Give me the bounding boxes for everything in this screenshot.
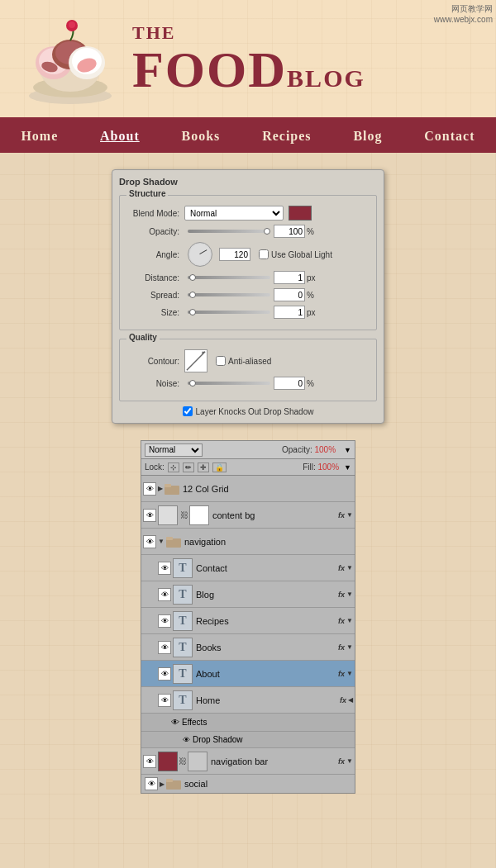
lock-pixel-icon[interactable]: ✏ — [183, 462, 194, 472]
mask-thumb-content-bg — [189, 505, 209, 525]
layers-mode-select[interactable]: Normal — [145, 443, 203, 457]
noise-label: Noise: — [126, 379, 184, 388]
visibility-icon-content-bg[interactable] — [143, 509, 156, 522]
angle-input[interactable] — [219, 248, 250, 261]
noise-slider[interactable] — [188, 382, 270, 385]
layer-row-recipes[interactable]: T Recipes fx ▼ — [141, 608, 355, 634]
layer-name-blog: Blog — [196, 590, 338, 600]
use-global-light-checkbox[interactable] — [259, 249, 269, 259]
fx-arrow-books[interactable]: ▼ — [346, 643, 353, 651]
visibility-icon-blog[interactable] — [158, 588, 171, 601]
fx-arrow-about[interactable]: ▼ — [346, 670, 353, 677]
size-slider[interactable] — [188, 311, 270, 314]
blend-mode-select[interactable]: Normal Multiply Screen — [184, 206, 284, 221]
layer-name-12-col-grid: 12 Col Grid — [183, 484, 353, 494]
layer-row-contact[interactable]: T Contact fx ▼ — [141, 555, 355, 581]
opacity-slider[interactable] — [188, 230, 270, 233]
thumb-recipes: T — [173, 611, 193, 631]
header-food: FOOD — [132, 44, 287, 95]
noise-input[interactable] — [274, 377, 305, 390]
thumb-nav-bar — [158, 752, 178, 771]
nav-item-blog[interactable]: Blog — [341, 125, 394, 148]
layer-name-home: Home — [196, 695, 340, 705]
nav-item-recipes[interactable]: Recipes — [250, 125, 323, 148]
visibility-icon-nav-bar[interactable] — [143, 755, 156, 768]
fx-arrow-recipes[interactable]: ▼ — [346, 617, 353, 624]
visibility-icon-books[interactable] — [158, 641, 171, 654]
layer-row-blog[interactable]: T Blog fx ▼ — [141, 581, 355, 608]
angle-row: Angle: Use Global Light — [126, 242, 370, 267]
layer-name-navigation: navigation — [184, 537, 353, 547]
visibility-icon-home[interactable] — [158, 694, 171, 707]
layer-row-books[interactable]: T Books fx ▼ — [141, 634, 355, 661]
use-global-light-label: Use Global Light — [271, 250, 332, 259]
header-blog: BLOG — [287, 64, 365, 92]
contour-preview[interactable] — [184, 349, 207, 372]
lock-move-icon[interactable]: ✛ — [198, 462, 209, 472]
distance-input[interactable] — [274, 271, 305, 284]
nav-item-contact[interactable]: Contact — [412, 125, 487, 148]
drop-shadow-effect-icon: 👁 — [183, 736, 190, 744]
anti-aliased-checkbox[interactable] — [216, 356, 226, 366]
layer-row-about[interactable]: T About fx ▼ — [141, 661, 355, 687]
expand-icon-12-col-grid[interactable]: ▶ — [158, 485, 163, 492]
thumb-books: T — [173, 638, 193, 657]
fx-arrow-content-bg[interactable]: ▼ — [346, 511, 353, 519]
visibility-icon-12-col-grid[interactable] — [143, 482, 156, 496]
layer-knocks-checkbox[interactable] — [183, 406, 193, 416]
opacity-arrow[interactable]: ▼ — [344, 446, 351, 454]
visibility-icon-social[interactable]: 👁 — [145, 777, 158, 790]
visibility-icon-contact[interactable] — [158, 562, 171, 575]
spread-input[interactable] — [274, 288, 305, 301]
noise-unit: % — [307, 379, 314, 388]
nav-item-home[interactable]: Home — [8, 125, 70, 148]
lock-all-icon[interactable]: 🔒 — [212, 462, 227, 472]
lock-position-icon[interactable]: ⊹ — [168, 462, 179, 472]
svg-rect-19 — [166, 779, 173, 782]
nav-item-about[interactable]: About — [88, 125, 152, 148]
size-unit: px — [307, 308, 316, 317]
contour-label: Contour: — [126, 357, 184, 366]
expand-icon-social[interactable]: ▶ — [160, 780, 165, 788]
quality-label: Quality — [126, 333, 160, 342]
layers-toolbar: Normal Opacity: 100% ▼ — [141, 441, 355, 459]
layer-row-navigation[interactable]: ▼ navigation — [141, 529, 355, 555]
layer-name-nav-bar: navigation bar — [211, 757, 338, 766]
fx-icon-about: fx — [338, 670, 346, 678]
thumb-contact: T — [173, 558, 193, 578]
layer-row-home[interactable]: T Home fx ◀ — [141, 687, 355, 714]
fx-arrow-blog[interactable]: ▼ — [346, 591, 353, 598]
spread-slider[interactable] — [188, 293, 270, 296]
fx-arrow-contact[interactable]: ▼ — [346, 564, 353, 572]
fx-arrow-nav-bar[interactable]: ▼ — [346, 757, 353, 765]
opacity-label: Opacity: — [126, 227, 184, 236]
layers-opacity: Opacity: 100% — [282, 445, 336, 454]
layer-row-social[interactable]: 👁 ▶ social — [141, 775, 355, 793]
expand-icon-navigation[interactable]: ▼ — [158, 538, 165, 545]
contour-row: Contour: Anti-aliased — [126, 349, 370, 372]
shadow-color-swatch[interactable] — [289, 206, 312, 221]
structure-label: Structure — [126, 189, 168, 198]
nav-item-books[interactable]: Books — [169, 125, 233, 148]
layer-row-nav-bar[interactable]: ⛓ navigation bar fx ▼ — [141, 748, 355, 775]
layer-row-12-col-grid[interactable]: ▶ 12 Col Grid — [141, 476, 355, 502]
fill-arrow[interactable]: ▼ — [344, 463, 351, 472]
visibility-icon-recipes[interactable] — [158, 614, 171, 628]
layer-row-content-bg[interactable]: ⛓ content bg fx ▼ — [141, 502, 355, 529]
layers-lock-row: Lock: ⊹ ✏ ✛ 🔒 Fill: 100% ▼ — [141, 459, 355, 476]
anti-aliased-label: Anti-aliased — [228, 357, 271, 366]
visibility-icon-navigation[interactable] — [143, 535, 156, 548]
folder-icon-12-col-grid — [165, 483, 179, 495]
distance-slider[interactable] — [188, 276, 270, 279]
blend-mode-row: Blend Mode: Normal Multiply Screen — [126, 206, 370, 221]
visibility-icon-about[interactable] — [158, 667, 171, 681]
blend-mode-label: Blend Mode: — [126, 209, 184, 218]
folder-icon-social — [166, 778, 181, 790]
layer-knocks-row: Layer Knocks Out Drop Shadow — [119, 406, 377, 416]
size-label: Size: — [126, 308, 184, 317]
watermark: 网页教学网 www.webjx.com — [434, 3, 493, 25]
opacity-input[interactable] — [274, 225, 305, 238]
size-input[interactable] — [274, 306, 305, 319]
fx-arrow-home[interactable]: ◀ — [348, 696, 353, 704]
angle-dial[interactable] — [188, 242, 212, 267]
